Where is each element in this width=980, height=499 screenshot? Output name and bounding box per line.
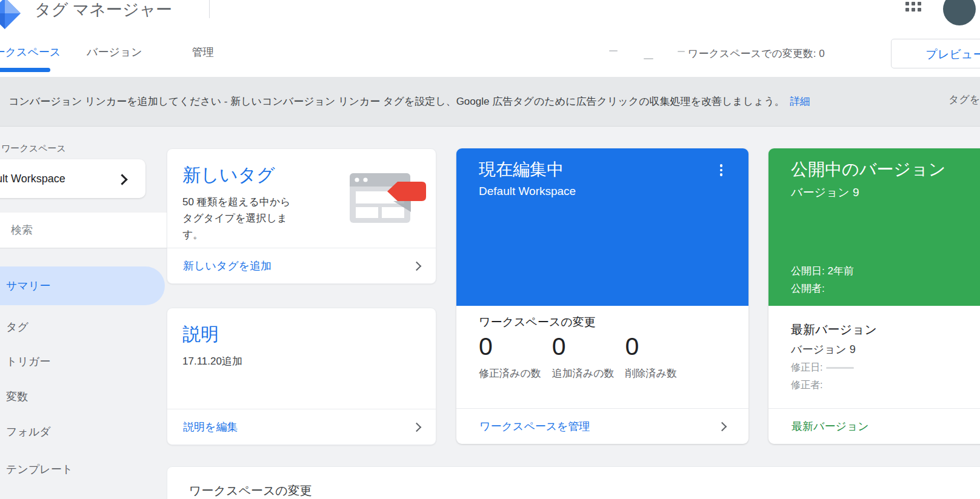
published-version-header: 公開中のバージョン バージョン 9 公開日: 2年前 公開者: <box>768 148 980 306</box>
new-tag-footer[interactable]: 新しいタグを追加 <box>167 248 436 283</box>
banner-details-link[interactable]: 詳細 <box>790 94 810 108</box>
manage-workspace-link[interactable]: ワークスペースを管理 <box>479 419 590 434</box>
workspace-changes-table-title: ワークスペースの変更 <box>189 483 312 499</box>
workspace-changes-count: ワークスペースでの変更数: 0 <box>688 47 825 61</box>
sidebar-item-folders[interactable]: フォルダ <box>0 420 51 444</box>
new-tag-description: 50 種類を超える中からタグタイプを選択します。 <box>182 194 298 243</box>
currently-editing-card: 現在編集中 Default Workspace ワークスペースの変更 0 修正済… <box>456 148 748 444</box>
notification-banner: コンバージョン リンカーを追加してください - 新しいコンバージョン リンカー … <box>0 77 980 127</box>
published-date: 公開日: 2年前 <box>791 262 854 280</box>
banner-add-tag-button[interactable]: タグを <box>948 93 980 107</box>
workspace-selector-name: Default Workspace <box>0 159 65 198</box>
new-tag-card: 新しいタグ 50 種類を超える中からタグタイプを選択します。 新しいタグを <box>167 148 436 284</box>
latest-version-number: バージョン 9 <box>791 341 856 359</box>
currently-editing-workspace: Default Workspace <box>479 185 576 198</box>
published-version-title: 公開中のバージョン <box>791 158 945 181</box>
currently-editing-title: 現在編集中 <box>479 158 564 181</box>
description-title: 説明 <box>182 322 436 347</box>
modified-date: 修正日: <box>791 359 856 376</box>
app-title: タグ マネージャー <box>35 0 172 22</box>
chevron-right-icon <box>116 174 127 185</box>
description-body: 17.11.20追加 <box>182 353 401 369</box>
publisher: 公開者: <box>791 280 854 297</box>
sidebar-item-templates[interactable]: テンプレート <box>0 457 73 481</box>
chevron-right-icon <box>412 422 422 432</box>
active-tab-underline <box>0 68 50 72</box>
edit-description-link[interactable]: 説明を編集 <box>183 420 238 434</box>
description-card: 説明 17.11.20追加 説明を編集 <box>167 308 436 445</box>
chevron-right-icon <box>718 421 727 431</box>
sidebar-item-variables[interactable]: 変数 <box>0 385 28 409</box>
redacted-text-artifact <box>678 51 685 52</box>
search-input[interactable] <box>0 213 194 248</box>
published-version-meta: 公開日: 2年前 公開者: <box>791 262 854 297</box>
tab-admin[interactable]: 管理 <box>192 45 214 59</box>
redacted-text-artifact <box>644 58 653 59</box>
stat-deleted: 0 削除済み数 <box>625 332 677 380</box>
editing-card-footer[interactable]: ワークスペースを管理 <box>456 408 748 444</box>
redacted-text-artifact <box>609 50 618 51</box>
sidebar-item-tags[interactable]: タグ <box>0 315 28 339</box>
top-bar: タグ マネージャー <box>0 0 980 31</box>
description-footer[interactable]: 説明を編集 <box>167 409 436 444</box>
chevron-right-icon <box>412 261 422 271</box>
tab-versions[interactable]: バージョン <box>87 45 142 59</box>
apps-grid-icon[interactable] <box>905 0 921 12</box>
currently-editing-header: 現在編集中 Default Workspace <box>456 148 748 306</box>
gtm-app: タグ マネージャー ワークスペース バージョン 管理 ワークスペースでの変更数:… <box>0 0 980 499</box>
published-version-number: バージョン 9 <box>791 185 859 200</box>
sidebar-item-summary[interactable]: サマリー <box>0 266 165 305</box>
tab-workspace[interactable]: ワークスペース <box>0 45 61 59</box>
modifier: 修正者: <box>791 376 856 394</box>
new-tag-illustration-icon <box>350 173 426 226</box>
gtm-logo-icon[interactable] <box>0 0 25 31</box>
tab-bar: ワークスペース バージョン 管理 ワークスペースでの変更数: 0 プレビュー <box>0 30 980 78</box>
preview-button[interactable]: プレビュー <box>891 39 980 68</box>
workspace-changes-title: ワークスペースの変更 <box>479 314 596 330</box>
redacted-text-artifact <box>826 367 854 369</box>
stat-added: 0 追加済みの数 <box>552 332 615 380</box>
workspace-changes-table-card: ワークスペースの変更 <box>167 466 980 499</box>
main-content: ワークスペース Default Workspace サマリー タグ トリガー 変… <box>0 126 980 499</box>
workspace-selector[interactable]: Default Workspace <box>0 159 145 198</box>
published-version-card: 公開中のバージョン バージョン 9 公開日: 2年前 公開者: 最新バージョン … <box>768 148 980 444</box>
sidebar-section-label: ワークスペース <box>1 143 66 154</box>
kebab-menu-icon[interactable] <box>716 164 727 180</box>
sidebar-item-triggers[interactable]: トリガー <box>0 349 50 374</box>
add-new-tag-link[interactable]: 新しいタグを追加 <box>183 259 272 273</box>
stat-modified: 0 修正済みの数 <box>479 332 541 380</box>
latest-version-title: 最新バージョン <box>791 322 877 338</box>
latest-version-link[interactable]: 最新バージョン <box>792 419 869 434</box>
published-card-footer[interactable]: 最新バージョン <box>768 408 980 444</box>
banner-text: コンバージョン リンカーを追加してください - 新しいコンバージョン リンカー … <box>8 94 785 108</box>
title-divider <box>209 0 210 18</box>
user-avatar[interactable] <box>943 0 976 25</box>
